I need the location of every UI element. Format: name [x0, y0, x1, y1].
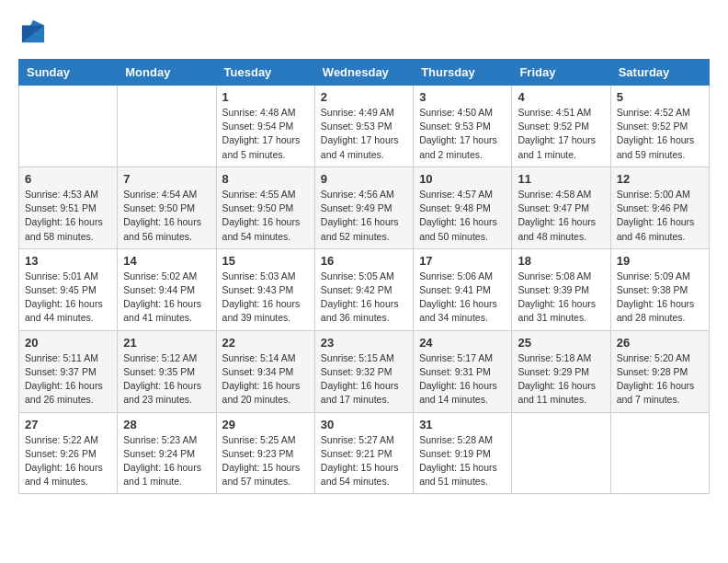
calendar-cell	[118, 86, 216, 167]
day-number: 25	[518, 336, 604, 350]
day-number: 18	[518, 254, 604, 268]
day-number: 9	[321, 172, 407, 186]
day-number: 5	[617, 90, 703, 104]
day-number: 21	[123, 336, 210, 350]
calendar-table: SundayMondayTuesdayWednesdayThursdayFrid…	[18, 59, 710, 494]
calendar-cell: 8Sunrise: 4:55 AM Sunset: 9:50 PM Daylig…	[216, 167, 314, 248]
calendar-cell	[512, 412, 610, 494]
calendar-week-row: 6Sunrise: 4:53 AM Sunset: 9:51 PM Daylig…	[19, 167, 710, 248]
day-info: Sunrise: 4:52 AM Sunset: 9:52 PM Dayligh…	[617, 106, 703, 162]
calendar-cell: 17Sunrise: 5:06 AM Sunset: 9:41 PM Dayli…	[414, 248, 512, 330]
day-number: 2	[321, 90, 407, 104]
calendar-cell: 22Sunrise: 5:14 AM Sunset: 9:34 PM Dayli…	[216, 330, 314, 412]
day-number: 10	[419, 172, 506, 186]
day-info: Sunrise: 5:18 AM Sunset: 9:29 PM Dayligh…	[518, 351, 604, 408]
day-info: Sunrise: 5:06 AM Sunset: 9:41 PM Dayligh…	[419, 270, 506, 326]
day-number: 3	[419, 90, 506, 104]
day-number: 13	[25, 254, 111, 268]
day-number: 26	[617, 336, 703, 350]
weekday-header: Friday	[512, 60, 610, 86]
calendar-cell: 13Sunrise: 5:01 AM Sunset: 9:45 PM Dayli…	[19, 248, 118, 330]
day-number: 24	[419, 336, 506, 350]
day-number: 8	[222, 172, 309, 186]
calendar-cell: 18Sunrise: 5:08 AM Sunset: 9:39 PM Dayli…	[512, 248, 610, 330]
day-info: Sunrise: 5:15 AM Sunset: 9:32 PM Dayligh…	[321, 351, 407, 408]
calendar-cell: 6Sunrise: 4:53 AM Sunset: 9:51 PM Daylig…	[19, 167, 118, 248]
calendar-week-row: 13Sunrise: 5:01 AM Sunset: 9:45 PM Dayli…	[19, 248, 710, 330]
day-info: Sunrise: 5:02 AM Sunset: 9:44 PM Dayligh…	[123, 270, 210, 326]
calendar-cell	[19, 86, 118, 167]
day-number: 27	[25, 418, 111, 431]
calendar-cell: 15Sunrise: 5:03 AM Sunset: 9:43 PM Dayli…	[216, 248, 314, 330]
day-info: Sunrise: 5:25 AM Sunset: 9:23 PM Dayligh…	[222, 433, 309, 489]
day-number: 12	[617, 172, 703, 186]
weekday-header: Saturday	[610, 60, 709, 86]
day-info: Sunrise: 4:55 AM Sunset: 9:50 PM Dayligh…	[222, 188, 309, 244]
day-number: 15	[222, 254, 309, 268]
day-info: Sunrise: 4:54 AM Sunset: 9:50 PM Dayligh…	[123, 188, 210, 244]
day-info: Sunrise: 5:00 AM Sunset: 9:46 PM Dayligh…	[617, 188, 703, 244]
day-number: 17	[419, 254, 506, 268]
day-info: Sunrise: 5:11 AM Sunset: 9:37 PM Dayligh…	[25, 351, 111, 408]
calendar-cell: 19Sunrise: 5:09 AM Sunset: 9:38 PM Dayli…	[610, 248, 709, 330]
day-info: Sunrise: 5:05 AM Sunset: 9:42 PM Dayligh…	[321, 270, 407, 326]
calendar-cell: 23Sunrise: 5:15 AM Sunset: 9:32 PM Dayli…	[314, 330, 413, 412]
day-number: 1	[222, 90, 309, 104]
weekday-header: Wednesday	[314, 60, 413, 86]
day-info: Sunrise: 4:48 AM Sunset: 9:54 PM Dayligh…	[222, 106, 309, 162]
calendar-cell: 20Sunrise: 5:11 AM Sunset: 9:37 PM Dayli…	[19, 330, 118, 412]
day-info: Sunrise: 4:56 AM Sunset: 9:49 PM Dayligh…	[321, 188, 407, 244]
day-info: Sunrise: 5:03 AM Sunset: 9:43 PM Dayligh…	[222, 270, 309, 326]
day-info: Sunrise: 4:49 AM Sunset: 9:53 PM Dayligh…	[321, 106, 407, 162]
day-info: Sunrise: 5:01 AM Sunset: 9:45 PM Dayligh…	[25, 270, 111, 326]
day-number: 31	[419, 418, 506, 431]
page-header	[18, 18, 710, 50]
calendar-cell: 1Sunrise: 4:48 AM Sunset: 9:54 PM Daylig…	[216, 86, 314, 167]
calendar-cell: 27Sunrise: 5:22 AM Sunset: 9:26 PM Dayli…	[19, 412, 118, 494]
logo-icon	[20, 18, 46, 44]
calendar-cell: 26Sunrise: 5:20 AM Sunset: 9:28 PM Dayli…	[610, 330, 709, 412]
weekday-header-row: SundayMondayTuesdayWednesdayThursdayFrid…	[19, 60, 710, 86]
day-number: 14	[123, 254, 210, 268]
day-number: 30	[321, 418, 407, 431]
weekday-header: Monday	[118, 60, 216, 86]
calendar-cell: 16Sunrise: 5:05 AM Sunset: 9:42 PM Dayli…	[314, 248, 413, 330]
day-number: 22	[222, 336, 309, 350]
day-number: 28	[123, 418, 210, 431]
logo	[18, 18, 46, 50]
day-info: Sunrise: 5:22 AM Sunset: 9:26 PM Dayligh…	[25, 433, 111, 489]
calendar-week-row: 1Sunrise: 4:48 AM Sunset: 9:54 PM Daylig…	[19, 86, 710, 167]
calendar-week-row: 20Sunrise: 5:11 AM Sunset: 9:37 PM Dayli…	[19, 330, 710, 412]
day-info: Sunrise: 5:14 AM Sunset: 9:34 PM Dayligh…	[222, 351, 309, 408]
logo-text	[18, 18, 46, 50]
calendar-cell: 31Sunrise: 5:28 AM Sunset: 9:19 PM Dayli…	[414, 412, 512, 494]
day-info: Sunrise: 5:17 AM Sunset: 9:31 PM Dayligh…	[419, 351, 506, 408]
calendar-cell: 9Sunrise: 4:56 AM Sunset: 9:49 PM Daylig…	[314, 167, 413, 248]
calendar-cell: 12Sunrise: 5:00 AM Sunset: 9:46 PM Dayli…	[610, 167, 709, 248]
weekday-header: Sunday	[19, 60, 118, 86]
calendar-cell: 11Sunrise: 4:58 AM Sunset: 9:47 PM Dayli…	[512, 167, 610, 248]
day-info: Sunrise: 4:57 AM Sunset: 9:48 PM Dayligh…	[419, 188, 506, 244]
day-info: Sunrise: 5:28 AM Sunset: 9:19 PM Dayligh…	[419, 433, 506, 489]
day-info: Sunrise: 5:08 AM Sunset: 9:39 PM Dayligh…	[518, 270, 604, 326]
calendar-cell: 3Sunrise: 4:50 AM Sunset: 9:53 PM Daylig…	[414, 86, 512, 167]
day-number: 19	[617, 254, 703, 268]
day-number: 29	[222, 418, 309, 431]
day-info: Sunrise: 5:27 AM Sunset: 9:21 PM Dayligh…	[321, 433, 407, 489]
weekday-header: Tuesday	[216, 60, 314, 86]
day-number: 6	[25, 172, 111, 186]
day-info: Sunrise: 5:23 AM Sunset: 9:24 PM Dayligh…	[123, 433, 210, 489]
weekday-header: Thursday	[414, 60, 512, 86]
calendar-cell: 30Sunrise: 5:27 AM Sunset: 9:21 PM Dayli…	[314, 412, 413, 494]
day-number: 23	[321, 336, 407, 350]
calendar-cell: 5Sunrise: 4:52 AM Sunset: 9:52 PM Daylig…	[610, 86, 709, 167]
day-info: Sunrise: 4:50 AM Sunset: 9:53 PM Dayligh…	[419, 106, 506, 162]
day-number: 4	[518, 90, 604, 104]
calendar-cell: 29Sunrise: 5:25 AM Sunset: 9:23 PM Dayli…	[216, 412, 314, 494]
day-number: 7	[123, 172, 210, 186]
calendar-cell: 4Sunrise: 4:51 AM Sunset: 9:52 PM Daylig…	[512, 86, 610, 167]
calendar-cell: 25Sunrise: 5:18 AM Sunset: 9:29 PM Dayli…	[512, 330, 610, 412]
calendar-cell: 28Sunrise: 5:23 AM Sunset: 9:24 PM Dayli…	[118, 412, 216, 494]
day-number: 11	[518, 172, 604, 186]
day-info: Sunrise: 4:51 AM Sunset: 9:52 PM Dayligh…	[518, 106, 604, 162]
